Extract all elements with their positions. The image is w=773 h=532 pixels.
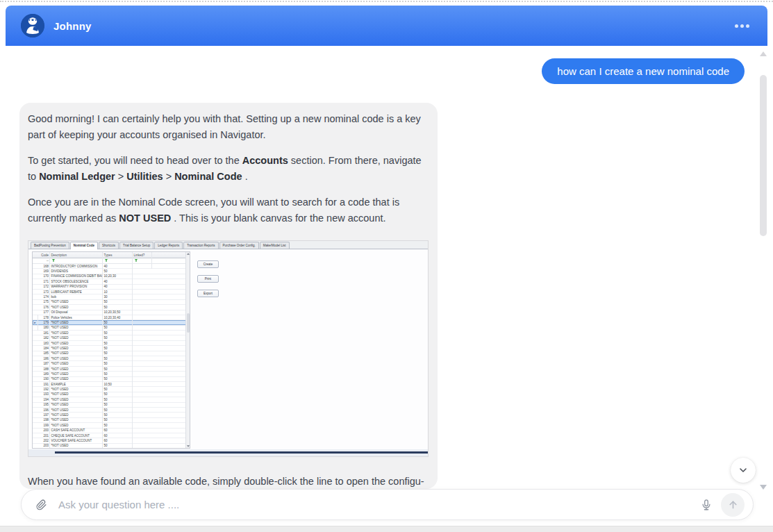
scrollbar-thumb[interactable] [760,75,767,236]
top-dotted-border [0,1,773,2]
screenshot-tab: Purchase Order Config. [219,242,259,249]
send-button[interactable] [721,493,745,517]
more-options-icon[interactable] [732,20,752,32]
assistant-paragraph: To get started, you will need to head ov… [28,153,429,185]
chat-messages-area[interactable]: how can I create a new nominal code Good… [6,46,767,522]
bottom-strip [0,526,773,532]
grid-scroll-down-icon [187,445,190,447]
screenshot-tabs: BadPosting PreventionNominal CodeShortcu… [28,241,428,249]
screenshot-button-print: Print [197,275,219,283]
attach-button[interactable] [33,496,50,513]
chat-scrollbar[interactable] [758,49,768,496]
screenshot-tab: Shortcuts [99,242,119,249]
chat-header: Johnny [6,6,767,46]
chevron-down-icon [738,465,749,476]
scrollbar-up-icon[interactable] [760,51,767,56]
screenshot-tab: Ledger Reports [154,242,183,249]
arrow-up-icon [727,499,739,510]
scrollbar-down-icon[interactable] [760,485,767,490]
message-input[interactable] [58,499,697,510]
screenshot-tab: Transaction Reports [183,242,218,249]
paperclip-icon [35,499,47,510]
agent-name: Johnny [53,20,92,32]
avatar [21,14,44,38]
microphone-icon [700,499,713,511]
screenshot-tab: Trial Balance Setup [119,242,153,249]
message-input-bar [21,489,754,520]
avatar-image [21,14,44,38]
nominal-code-grid: Code Description Types Linked? -- [32,251,190,449]
screenshot-body: Code Description Types Linked? -- [28,249,428,449]
assistant-paragraph: When you have found an available code, s… [28,474,429,489]
assistant-message-bubble: Good morning! I can certainly help you w… [19,103,438,489]
grid-scroll-up-icon [187,253,190,255]
screenshot-tab: Nominal Code [70,242,98,249]
assistant-paragraph: Once you are in the Nominal Code screen,… [28,194,429,226]
screenshot-buttons: CreatePrintExport [197,260,219,297]
embedded-screenshot[interactable]: BadPosting PreventionNominal CodeShortcu… [28,240,429,457]
grid-rows: 168INTRODUCTORY COMMISSION40169DIVIDENDS… [33,264,190,449]
grid-scrollbar [185,252,190,448]
assistant-paragraph: Good morning! I can certainly help you w… [28,111,429,143]
scroll-to-bottom-button[interactable] [731,458,756,483]
screenshot-button-export: Export [197,290,219,297]
chat-widget: Johnny how can I create a new nominal co… [0,0,773,532]
grid-scroll-thumb [187,313,190,333]
voice-input-button[interactable] [697,496,715,514]
screenshot-tab: Make/Model List [260,242,290,249]
screenshot-tab: BadPosting Prevention [31,242,69,249]
screenshot-footer [28,449,428,456]
filter-funnel-icon [135,259,138,263]
screenshot-button-create: Create [197,260,219,268]
screenshot-bottom-bar [55,451,428,454]
user-message-bubble: how can I create a new nominal code [542,58,745,84]
